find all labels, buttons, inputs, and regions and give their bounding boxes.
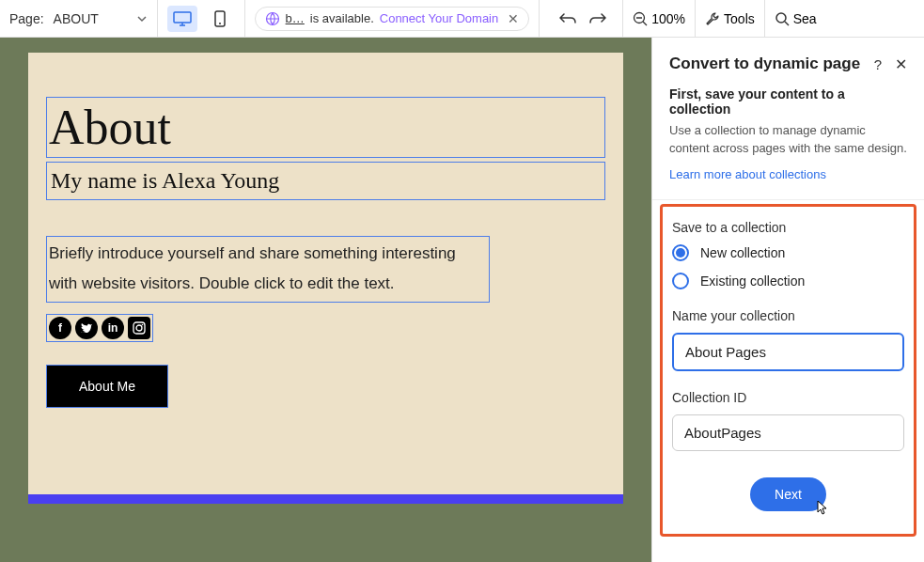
mobile-view-button[interactable] xyxy=(205,6,235,32)
page-label: Page: xyxy=(9,11,44,26)
radio-new-label: New collection xyxy=(700,245,785,260)
domain-pill: b… is available. Connect Your Domain ✕ xyxy=(255,7,530,31)
panel-title: Convert to dynamic page xyxy=(669,55,860,73)
save-to-collection-label: Save to a collection xyxy=(672,220,904,235)
radio-checked-icon xyxy=(672,244,689,261)
collection-form: Save to a collection New collection Exis… xyxy=(660,204,916,537)
next-button-wrap: Next xyxy=(672,477,904,511)
page-canvas[interactable]: About My name is Alexa Young Briefly int… xyxy=(28,53,623,494)
instagram-icon[interactable] xyxy=(128,317,150,339)
panel-header: Convert to dynamic page ? ✕ xyxy=(652,38,924,86)
domain-name[interactable]: b… xyxy=(286,11,305,25)
name-collection-label: Name your collection xyxy=(672,308,904,323)
next-button[interactable]: Next xyxy=(750,477,826,511)
subheading-element[interactable]: My name is Alexa Young xyxy=(47,163,604,199)
panel-intro-desc: Use a collection to manage dynamic conte… xyxy=(669,122,907,158)
undo-button[interactable] xyxy=(553,4,583,34)
desktop-icon xyxy=(173,11,192,26)
svg-point-8 xyxy=(142,323,144,325)
radio-new-collection[interactable]: New collection xyxy=(672,244,904,261)
editor-canvas-wrap: About My name is Alexa Young Briefly int… xyxy=(0,38,651,562)
radio-existing-collection[interactable]: Existing collection xyxy=(672,273,904,289)
collection-id-group: Collection ID xyxy=(672,390,904,451)
device-toggle-group xyxy=(158,0,245,37)
desktop-view-button[interactable] xyxy=(167,6,197,32)
about-me-button-label: About Me xyxy=(79,379,135,394)
zoom-group[interactable]: 100% xyxy=(623,0,696,37)
zoom-out-icon xyxy=(633,11,648,26)
history-group xyxy=(540,0,623,37)
connect-domain-link[interactable]: Connect Your Domain xyxy=(380,11,498,25)
svg-rect-6 xyxy=(133,322,145,334)
name-collection-group: Name your collection xyxy=(672,308,904,371)
radio-existing-label: Existing collection xyxy=(700,273,805,289)
subheading-text: My name is Alexa Young xyxy=(49,164,603,197)
page-selector-group: Page: ABOUT xyxy=(0,0,158,37)
search-group[interactable]: Sea xyxy=(765,0,826,37)
next-button-label: Next xyxy=(775,487,802,502)
top-toolbar: Page: ABOUT b… is available. Connect You… xyxy=(0,0,924,38)
zoom-value: 100% xyxy=(651,11,685,26)
close-panel-button[interactable]: ✕ xyxy=(895,55,907,73)
page-name: ABOUT xyxy=(54,11,99,26)
redo-button[interactable] xyxy=(583,4,613,34)
collection-name-input[interactable] xyxy=(672,333,904,371)
svg-rect-0 xyxy=(174,12,191,23)
body-text: Briefly introduce yourself and share som… xyxy=(49,244,456,292)
about-me-button[interactable]: About Me xyxy=(47,366,167,407)
linkedin-icon[interactable]: in xyxy=(102,317,124,339)
heading-element[interactable]: About xyxy=(47,98,604,157)
svg-point-7 xyxy=(136,325,142,331)
radio-unchecked-icon xyxy=(672,273,689,289)
main-area: About My name is Alexa Young Briefly int… xyxy=(0,38,924,562)
panel-intro: First, save your content to a collection… xyxy=(652,86,924,188)
collection-id-label: Collection ID xyxy=(672,390,904,405)
undo-icon xyxy=(559,12,576,25)
svg-point-2 xyxy=(219,23,221,24)
facebook-icon[interactable]: f xyxy=(49,317,71,339)
body-text-element[interactable]: Briefly introduce yourself and share som… xyxy=(47,237,489,302)
help-button[interactable]: ? xyxy=(874,56,882,72)
twitter-icon[interactable] xyxy=(75,317,98,339)
panel-intro-bold: First, save your content to a collection xyxy=(669,86,907,117)
search-icon xyxy=(775,11,790,26)
domain-available-text: is available. xyxy=(310,11,374,25)
collection-id-input[interactable] xyxy=(672,414,904,451)
redo-icon xyxy=(589,12,606,25)
heading-text: About xyxy=(49,100,603,155)
social-bar[interactable]: f in xyxy=(47,315,152,341)
tools-group[interactable]: Tools xyxy=(696,0,765,37)
svg-point-5 xyxy=(776,13,786,23)
tools-label: Tools xyxy=(724,11,755,26)
convert-dynamic-panel: Convert to dynamic page ? ✕ First, save … xyxy=(651,38,924,562)
mobile-icon xyxy=(214,10,226,27)
search-label: Sea xyxy=(793,11,817,26)
globe-icon xyxy=(265,11,280,26)
divider xyxy=(652,199,924,200)
learn-more-link[interactable]: Learn more about collections xyxy=(669,167,826,181)
domain-section: b… is available. Connect Your Domain ✕ xyxy=(245,0,540,37)
domain-dismiss-button[interactable]: ✕ xyxy=(508,11,519,26)
wrench-icon xyxy=(705,11,720,26)
page-dropdown[interactable]: ABOUT xyxy=(54,11,148,26)
chevron-down-icon xyxy=(136,13,148,24)
